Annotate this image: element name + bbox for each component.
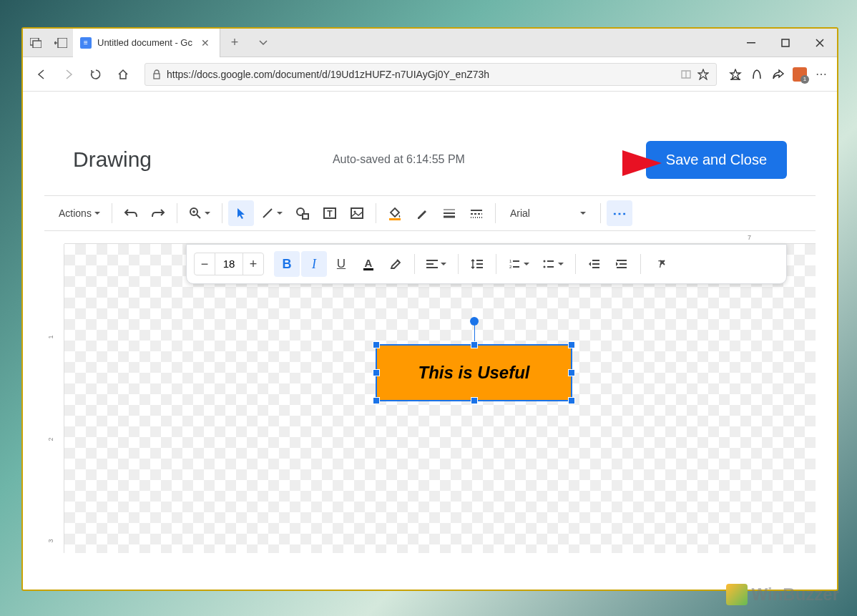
svg-rect-4 — [782, 39, 789, 47]
set-aside-tabs-icon[interactable] — [48, 29, 73, 57]
autosave-status: Auto-saved at 6:14:55 PM — [333, 153, 465, 166]
browser-tab[interactable]: ≡ Untitled document - Gc ✕ — [73, 29, 220, 57]
select-tool[interactable] — [228, 200, 254, 226]
numbered-list-button[interactable]: 12 — [502, 251, 535, 277]
resize-handle-br[interactable] — [568, 397, 575, 404]
reading-view-icon[interactable] — [680, 69, 692, 79]
address-bar: https://docs.google.com/document/d/19Ud1… — [23, 57, 837, 92]
tab-dropdown-icon[interactable] — [249, 40, 278, 46]
rotate-connector — [474, 324, 475, 342]
outdent-button[interactable] — [582, 251, 607, 277]
border-dash-button[interactable] — [464, 200, 489, 226]
zoom-button[interactable] — [183, 200, 216, 226]
font-size-value[interactable]: 18 — [215, 253, 243, 275]
indent-button[interactable] — [609, 251, 635, 277]
underline-button[interactable]: U — [328, 251, 354, 277]
svg-text:T: T — [327, 209, 333, 219]
vertical-ruler: 1 2 3 — [44, 244, 64, 553]
shape-text[interactable]: This is Useful — [418, 363, 529, 383]
watermark-icon — [726, 584, 748, 605]
tab-actions-icon[interactable] — [23, 29, 48, 57]
share-icon[interactable] — [770, 66, 787, 83]
svg-rect-26 — [363, 268, 373, 270]
favorite-icon[interactable] — [697, 69, 709, 80]
extension-icon[interactable] — [791, 66, 808, 83]
svg-rect-13 — [303, 214, 308, 219]
resize-handle-tr[interactable] — [568, 341, 575, 348]
favorites-bar-icon[interactable] — [727, 66, 744, 83]
browser-window: ≡ Untitled document - Gc ✕ + https://doc… — [21, 27, 838, 591]
align-button[interactable] — [421, 251, 452, 277]
save-and-close-button[interactable]: Save and Close — [646, 141, 787, 179]
italic-button[interactable]: I — [301, 251, 327, 277]
highlight-button[interactable] — [383, 251, 408, 277]
decrease-font-size[interactable]: − — [195, 253, 215, 275]
image-tool[interactable] — [344, 200, 370, 226]
svg-rect-1 — [33, 41, 41, 48]
more-options-button[interactable]: ⋯ — [607, 200, 632, 226]
svg-rect-18 — [389, 218, 401, 220]
resize-handle-tm[interactable] — [471, 341, 478, 348]
svg-text:2: 2 — [509, 265, 512, 269]
watermark: WinBuzzer — [726, 584, 839, 605]
url-input[interactable]: https://docs.google.com/document/d/19Ud1… — [145, 63, 717, 86]
line-spacing-button[interactable] — [464, 251, 490, 277]
undo-button[interactable] — [118, 200, 144, 226]
line-tool[interactable] — [255, 200, 288, 226]
home-button[interactable] — [112, 63, 134, 86]
drawing-toolbar: Actions T Arial ⋯ — [44, 195, 816, 231]
annotation-arrow-icon — [522, 142, 665, 185]
tab-close-icon[interactable]: ✕ — [198, 37, 212, 49]
svg-rect-3 — [747, 42, 755, 44]
svg-text:1: 1 — [509, 259, 512, 263]
font-selector[interactable]: Arial — [501, 200, 594, 226]
text-color-button[interactable]: A — [356, 251, 381, 277]
svg-text:A: A — [365, 257, 373, 269]
border-color-button[interactable] — [409, 200, 435, 226]
new-tab-button[interactable]: + — [220, 35, 249, 50]
back-button[interactable] — [30, 63, 53, 86]
window-controls — [734, 29, 837, 57]
rotate-handle[interactable] — [470, 317, 479, 326]
actions-menu[interactable]: Actions — [53, 200, 106, 226]
canvas-area: 7 1 2 3 − 18 + B I U A 12 T — [44, 231, 816, 553]
svg-point-17 — [353, 211, 356, 213]
increase-font-size[interactable]: + — [243, 253, 263, 275]
resize-handle-bm[interactable] — [471, 397, 478, 404]
lock-icon — [152, 69, 161, 79]
resize-handle-bl[interactable] — [373, 397, 380, 404]
svg-line-8 — [197, 215, 200, 218]
drawing-dialog: Drawing Auto-saved at 6:14:55 PM Save an… — [44, 124, 816, 553]
text-shape[interactable]: This is Useful — [376, 344, 572, 401]
dialog-title: Drawing — [73, 147, 152, 172]
more-icon[interactable]: ⋯ — [813, 66, 830, 83]
text-formatting-toolbar: − 18 + B I U A 12 T — [186, 244, 787, 284]
fill-color-button[interactable] — [382, 200, 408, 226]
redo-button[interactable] — [145, 200, 171, 226]
close-window-button[interactable] — [803, 29, 837, 57]
font-size-control: − 18 + — [194, 253, 264, 275]
forward-button[interactable] — [57, 63, 80, 86]
svg-line-11 — [263, 209, 272, 217]
minimize-button[interactable] — [734, 29, 768, 57]
horizontal-ruler: 7 — [64, 231, 816, 244]
svg-rect-5 — [154, 74, 160, 79]
bold-button[interactable]: B — [274, 251, 300, 277]
shape-tool[interactable] — [290, 200, 315, 226]
drawing-canvas[interactable]: − 18 + B I U A 12 T This is Useful — [64, 244, 816, 553]
resize-handle-ml[interactable] — [373, 369, 380, 376]
clear-formatting-button[interactable]: T — [647, 251, 672, 277]
refresh-button[interactable] — [84, 63, 107, 86]
docs-favicon-icon: ≡ — [80, 37, 92, 49]
tab-title: Untitled document - Gc — [97, 37, 192, 48]
bullet-list-button[interactable] — [537, 251, 569, 277]
maximize-button[interactable] — [768, 29, 803, 57]
resize-handle-tl[interactable] — [373, 341, 380, 348]
svg-point-37 — [544, 260, 546, 263]
border-weight-button[interactable] — [436, 200, 462, 226]
notes-icon[interactable] — [748, 66, 765, 83]
textbox-tool[interactable]: T — [317, 200, 343, 226]
dialog-header: Drawing Auto-saved at 6:14:55 PM Save an… — [44, 124, 816, 195]
svg-rect-2 — [58, 38, 67, 48]
resize-handle-mr[interactable] — [568, 369, 575, 376]
